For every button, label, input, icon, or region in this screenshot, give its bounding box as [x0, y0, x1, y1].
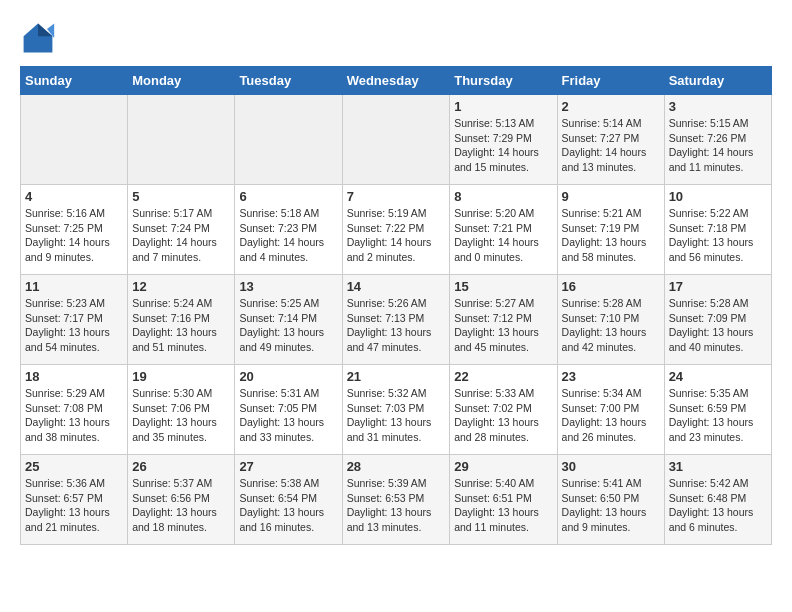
day-info: Sunrise: 5:38 AM Sunset: 6:54 PM Dayligh… [239, 476, 337, 535]
calendar-cell: 1Sunrise: 5:13 AM Sunset: 7:29 PM Daylig… [450, 95, 557, 185]
day-info: Sunrise: 5:20 AM Sunset: 7:21 PM Dayligh… [454, 206, 552, 265]
day-info: Sunrise: 5:22 AM Sunset: 7:18 PM Dayligh… [669, 206, 767, 265]
calendar-cell: 26Sunrise: 5:37 AM Sunset: 6:56 PM Dayli… [128, 455, 235, 545]
calendar-cell [21, 95, 128, 185]
calendar-cell: 11Sunrise: 5:23 AM Sunset: 7:17 PM Dayli… [21, 275, 128, 365]
day-info: Sunrise: 5:19 AM Sunset: 7:22 PM Dayligh… [347, 206, 446, 265]
day-info: Sunrise: 5:15 AM Sunset: 7:26 PM Dayligh… [669, 116, 767, 175]
day-info: Sunrise: 5:31 AM Sunset: 7:05 PM Dayligh… [239, 386, 337, 445]
day-number: 13 [239, 279, 337, 294]
calendar-table: SundayMondayTuesdayWednesdayThursdayFrid… [20, 66, 772, 545]
day-header-saturday: Saturday [664, 67, 771, 95]
calendar-cell [342, 95, 450, 185]
page-header [20, 20, 772, 56]
day-info: Sunrise: 5:32 AM Sunset: 7:03 PM Dayligh… [347, 386, 446, 445]
calendar-cell: 25Sunrise: 5:36 AM Sunset: 6:57 PM Dayli… [21, 455, 128, 545]
calendar-cell: 16Sunrise: 5:28 AM Sunset: 7:10 PM Dayli… [557, 275, 664, 365]
calendar-cell: 10Sunrise: 5:22 AM Sunset: 7:18 PM Dayli… [664, 185, 771, 275]
day-header-monday: Monday [128, 67, 235, 95]
calendar-week-row: 25Sunrise: 5:36 AM Sunset: 6:57 PM Dayli… [21, 455, 772, 545]
day-header-wednesday: Wednesday [342, 67, 450, 95]
calendar-cell: 30Sunrise: 5:41 AM Sunset: 6:50 PM Dayli… [557, 455, 664, 545]
calendar-cell: 2Sunrise: 5:14 AM Sunset: 7:27 PM Daylig… [557, 95, 664, 185]
calendar-cell: 18Sunrise: 5:29 AM Sunset: 7:08 PM Dayli… [21, 365, 128, 455]
calendar-cell [128, 95, 235, 185]
calendar-week-row: 1Sunrise: 5:13 AM Sunset: 7:29 PM Daylig… [21, 95, 772, 185]
day-number: 29 [454, 459, 552, 474]
calendar-cell: 6Sunrise: 5:18 AM Sunset: 7:23 PM Daylig… [235, 185, 342, 275]
day-number: 22 [454, 369, 552, 384]
logo-icon [20, 20, 56, 56]
day-number: 16 [562, 279, 660, 294]
day-info: Sunrise: 5:18 AM Sunset: 7:23 PM Dayligh… [239, 206, 337, 265]
day-info: Sunrise: 5:23 AM Sunset: 7:17 PM Dayligh… [25, 296, 123, 355]
calendar-cell: 22Sunrise: 5:33 AM Sunset: 7:02 PM Dayli… [450, 365, 557, 455]
calendar-week-row: 11Sunrise: 5:23 AM Sunset: 7:17 PM Dayli… [21, 275, 772, 365]
day-number: 20 [239, 369, 337, 384]
day-info: Sunrise: 5:17 AM Sunset: 7:24 PM Dayligh… [132, 206, 230, 265]
day-number: 1 [454, 99, 552, 114]
calendar-cell: 21Sunrise: 5:32 AM Sunset: 7:03 PM Dayli… [342, 365, 450, 455]
calendar-cell: 20Sunrise: 5:31 AM Sunset: 7:05 PM Dayli… [235, 365, 342, 455]
day-info: Sunrise: 5:36 AM Sunset: 6:57 PM Dayligh… [25, 476, 123, 535]
calendar-week-row: 18Sunrise: 5:29 AM Sunset: 7:08 PM Dayli… [21, 365, 772, 455]
day-number: 7 [347, 189, 446, 204]
day-info: Sunrise: 5:25 AM Sunset: 7:14 PM Dayligh… [239, 296, 337, 355]
day-number: 25 [25, 459, 123, 474]
calendar-week-row: 4Sunrise: 5:16 AM Sunset: 7:25 PM Daylig… [21, 185, 772, 275]
day-number: 9 [562, 189, 660, 204]
day-info: Sunrise: 5:13 AM Sunset: 7:29 PM Dayligh… [454, 116, 552, 175]
day-info: Sunrise: 5:30 AM Sunset: 7:06 PM Dayligh… [132, 386, 230, 445]
calendar-cell: 9Sunrise: 5:21 AM Sunset: 7:19 PM Daylig… [557, 185, 664, 275]
day-number: 18 [25, 369, 123, 384]
calendar-cell: 27Sunrise: 5:38 AM Sunset: 6:54 PM Dayli… [235, 455, 342, 545]
calendar-cell: 19Sunrise: 5:30 AM Sunset: 7:06 PM Dayli… [128, 365, 235, 455]
day-number: 23 [562, 369, 660, 384]
calendar-cell: 7Sunrise: 5:19 AM Sunset: 7:22 PM Daylig… [342, 185, 450, 275]
day-number: 4 [25, 189, 123, 204]
day-info: Sunrise: 5:42 AM Sunset: 6:48 PM Dayligh… [669, 476, 767, 535]
calendar-cell: 12Sunrise: 5:24 AM Sunset: 7:16 PM Dayli… [128, 275, 235, 365]
calendar-cell: 13Sunrise: 5:25 AM Sunset: 7:14 PM Dayli… [235, 275, 342, 365]
day-number: 24 [669, 369, 767, 384]
day-info: Sunrise: 5:29 AM Sunset: 7:08 PM Dayligh… [25, 386, 123, 445]
calendar-cell: 15Sunrise: 5:27 AM Sunset: 7:12 PM Dayli… [450, 275, 557, 365]
day-number: 2 [562, 99, 660, 114]
day-number: 5 [132, 189, 230, 204]
day-info: Sunrise: 5:33 AM Sunset: 7:02 PM Dayligh… [454, 386, 552, 445]
calendar-cell: 4Sunrise: 5:16 AM Sunset: 7:25 PM Daylig… [21, 185, 128, 275]
day-header-friday: Friday [557, 67, 664, 95]
calendar-header-row: SundayMondayTuesdayWednesdayThursdayFrid… [21, 67, 772, 95]
day-number: 15 [454, 279, 552, 294]
day-info: Sunrise: 5:24 AM Sunset: 7:16 PM Dayligh… [132, 296, 230, 355]
day-info: Sunrise: 5:14 AM Sunset: 7:27 PM Dayligh… [562, 116, 660, 175]
day-number: 21 [347, 369, 446, 384]
day-header-sunday: Sunday [21, 67, 128, 95]
day-number: 30 [562, 459, 660, 474]
day-info: Sunrise: 5:27 AM Sunset: 7:12 PM Dayligh… [454, 296, 552, 355]
day-number: 8 [454, 189, 552, 204]
calendar-cell: 24Sunrise: 5:35 AM Sunset: 6:59 PM Dayli… [664, 365, 771, 455]
day-header-thursday: Thursday [450, 67, 557, 95]
calendar-cell: 23Sunrise: 5:34 AM Sunset: 7:00 PM Dayli… [557, 365, 664, 455]
day-number: 26 [132, 459, 230, 474]
day-info: Sunrise: 5:26 AM Sunset: 7:13 PM Dayligh… [347, 296, 446, 355]
day-info: Sunrise: 5:34 AM Sunset: 7:00 PM Dayligh… [562, 386, 660, 445]
calendar-cell: 28Sunrise: 5:39 AM Sunset: 6:53 PM Dayli… [342, 455, 450, 545]
day-info: Sunrise: 5:35 AM Sunset: 6:59 PM Dayligh… [669, 386, 767, 445]
day-info: Sunrise: 5:39 AM Sunset: 6:53 PM Dayligh… [347, 476, 446, 535]
calendar-cell: 3Sunrise: 5:15 AM Sunset: 7:26 PM Daylig… [664, 95, 771, 185]
day-number: 14 [347, 279, 446, 294]
day-header-tuesday: Tuesday [235, 67, 342, 95]
calendar-cell: 31Sunrise: 5:42 AM Sunset: 6:48 PM Dayli… [664, 455, 771, 545]
day-number: 11 [25, 279, 123, 294]
day-number: 19 [132, 369, 230, 384]
day-number: 17 [669, 279, 767, 294]
day-number: 6 [239, 189, 337, 204]
day-number: 12 [132, 279, 230, 294]
day-number: 28 [347, 459, 446, 474]
day-info: Sunrise: 5:21 AM Sunset: 7:19 PM Dayligh… [562, 206, 660, 265]
calendar-cell: 17Sunrise: 5:28 AM Sunset: 7:09 PM Dayli… [664, 275, 771, 365]
day-number: 31 [669, 459, 767, 474]
calendar-cell [235, 95, 342, 185]
